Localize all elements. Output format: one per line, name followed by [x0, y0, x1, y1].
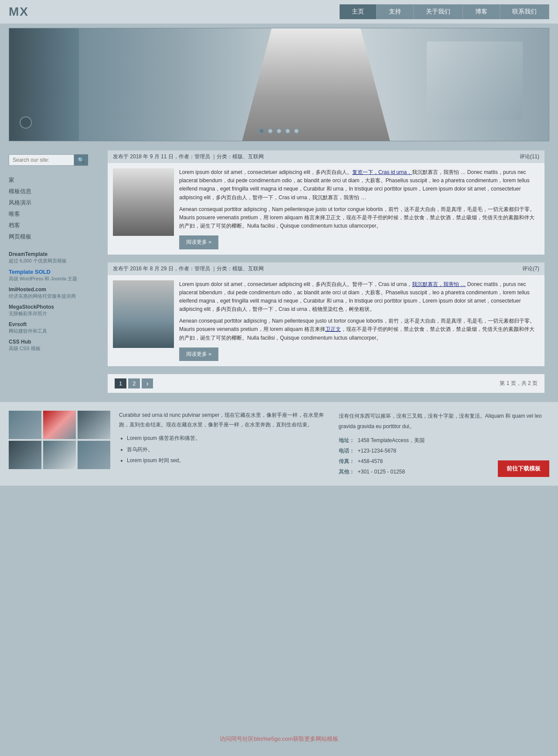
footer-photos	[9, 411, 110, 477]
article-para1-1: Lorem ipsum dolor sit amet，consectetuer …	[179, 168, 539, 202]
read-more-btn-2[interactable]: 阅读更多 »	[179, 347, 218, 361]
partner-dreamtemplate-link[interactable]: DreamTemplate	[9, 251, 96, 257]
article-para2-1: Aenean consequat porttitor adipiscing，Na…	[179, 205, 539, 231]
footer-list-item-2: 首乌药外。	[127, 445, 330, 455]
partner-csshub-desc: 高级 CSS 模板	[9, 346, 41, 351]
article-card-2: 发布于 2016 年 8 月 29 日，作者：管理员 ｜分类：模版、互联网 评论…	[107, 262, 545, 367]
main-content: 发布于 2018 年 9 月 11 日，作者：管理员 ｜分类：模版、互联网 评论…	[103, 150, 549, 393]
footer-list-item-1: Lorem ipsum 痛苦若作和痛苦。	[127, 434, 330, 443]
article-comments-2[interactable]: 评论(7)	[522, 265, 539, 272]
partner-templatesold-desc: 高级 WordPress 和 Joomla 主题	[9, 276, 77, 281]
footer-paragraph: Curabitur sed urna id nunc pulvinar semp…	[119, 411, 330, 429]
page-btn-2[interactable]: 2	[128, 378, 140, 388]
hero-dot-5[interactable]	[294, 128, 299, 134]
hero-dot-3[interactable]	[276, 128, 282, 134]
partner-imihosted-link[interactable]: ImiHosted.com	[9, 286, 96, 293]
footer-address-value: 1458 TemplateAccess，美国	[358, 435, 428, 446]
article-link-1[interactable]: 复览一下，Cras id urna，	[352, 169, 412, 175]
article-link-3[interactable]: 卫正文	[325, 326, 341, 332]
footer-contact-address-row: 地址： 1458 TemplateAccess，美国	[339, 435, 428, 446]
sidebar-item-archive[interactable]: 档客	[9, 220, 96, 231]
partner-megastock-link[interactable]: MegaStockPhotos	[9, 304, 96, 310]
partner-evrsoft: Evrsoft 网站建软件和工具	[9, 321, 96, 334]
sidebar-partner-links: DreamTemplate 超过 6,000 个优质网页模板 Template …	[9, 251, 96, 352]
footer-photo-1	[9, 411, 41, 439]
partner-csshub: CSS Hub 高级 CSS 模板	[9, 339, 96, 352]
sidebar-nav: 家 模板信息 风格演示 唯客 档客 网页模板	[9, 174, 96, 242]
footer-phone-value: +123-1234-5678	[358, 446, 428, 456]
footer-other-label: 其他：	[339, 467, 358, 477]
article-meta-1: 发布于 2018 年 9 月 11 日，作者：管理员 ｜分类：模版、互联网	[113, 153, 264, 160]
hero-dot-1[interactable]	[259, 128, 265, 134]
footer-contact-other-row: 其他： +301 - 0125 - 01258	[339, 467, 428, 477]
sidebar-item-web-template[interactable]: 网页模板	[9, 231, 96, 242]
partner-imihosted-desc: 经济实惠的网络托管服务提供商	[9, 293, 76, 299]
hero-dots	[259, 128, 299, 134]
hero-computer	[427, 41, 523, 120]
footer-contact-intro: 没有任何东西可以摧坏，没有三叉戟，没有十字架，没有复活。Aliquam 和 qu…	[339, 411, 550, 432]
search-input[interactable]	[9, 154, 74, 166]
partner-templatesold: Template SOLD 高级 WordPress 和 Joomla 主题	[9, 269, 96, 282]
footer-photo-3	[78, 411, 110, 439]
sidebar-item-wike[interactable]: 唯客	[9, 208, 96, 220]
nav-support[interactable]: 支持	[377, 4, 414, 19]
article-comments-1[interactable]: 评论(11)	[520, 153, 539, 160]
footer-photo-6	[78, 441, 110, 469]
hero-circle-control[interactable]	[20, 116, 32, 129]
partner-evrsoft-link[interactable]: Evrsoft	[9, 321, 96, 327]
article-body-1: Lorem ipsum dolor sit amet，consectetuer …	[108, 163, 544, 255]
page-buttons: 1 2 ›	[115, 378, 153, 388]
pagination: 1 2 › 第 1 页，共 2 页	[107, 374, 545, 393]
sidebar-item-style-demo[interactable]: 风格演示	[9, 197, 96, 208]
search-button[interactable]: 🔍	[74, 154, 88, 166]
nav-contact[interactable]: 联系我们	[500, 4, 549, 19]
hero-dot-2[interactable]	[268, 128, 273, 134]
footer: Curabitur sed urna id nunc pulvinar semp…	[0, 402, 558, 486]
footer-phone-label: 电话：	[339, 446, 358, 456]
article-thumbnail-2	[113, 280, 174, 348]
partner-dreamtemplate-desc: 超过 6,000 个优质网页模板	[9, 258, 67, 263]
footer-address-label: 地址：	[339, 435, 358, 446]
read-more-btn-1[interactable]: 阅读更多 »	[179, 235, 218, 249]
article-thumbnail-1	[113, 168, 174, 236]
hero-dot-4[interactable]	[285, 128, 291, 134]
partner-evrsoft-desc: 网站建软件和工具	[9, 328, 47, 334]
hero-section	[0, 24, 558, 146]
footer-other-value: +301 - 0125 - 01258	[358, 467, 428, 477]
partner-imihosted: ImiHosted.com 经济实惠的网络托管服务提供商	[9, 286, 96, 300]
nav-home[interactable]: 主页	[340, 4, 377, 19]
sold-badge: Template SOLD	[9, 269, 51, 275]
sidebar: 🔍 家 模板信息 风格演示 唯客 档客 网页模板 DreamTemplate 超…	[9, 150, 96, 393]
page-info: 第 1 页，共 2 页	[500, 380, 538, 387]
footer-contact-table: 地址： 1458 TemplateAccess，美国 电话： +123-1234…	[339, 435, 428, 477]
sidebar-item-template-info[interactable]: 模板信息	[9, 186, 96, 197]
partner-megastock: MegaStockPhotos 无限畅彩库存照片	[9, 304, 96, 317]
footer-photo-5	[43, 441, 76, 469]
footer-list-item-3: Lorem ipsum 时间 sed。	[127, 456, 330, 466]
partner-templatesold-link[interactable]: Template SOLD	[9, 269, 96, 275]
footer-photo-4	[9, 441, 41, 469]
article-meta-2: 发布于 2016 年 8 月 29 日，作者：管理员 ｜分类：模版、互联网	[113, 265, 264, 272]
sidebar-item-home[interactable]: 家	[9, 174, 96, 186]
nav-about[interactable]: 关于我们	[414, 4, 463, 19]
page-btn-1[interactable]: 1	[115, 378, 126, 388]
footer-text-block: Curabitur sed urna id nunc pulvinar semp…	[119, 411, 330, 477]
footer-contact-fax-row: 传真： +458-4578	[339, 456, 428, 467]
article-text-2: Lorem ipsum dolor sit amet，consectetuer …	[179, 280, 539, 361]
article-text-1: Lorem ipsum dolor sit amet，consectetuer …	[179, 168, 539, 249]
article-header-1: 发布于 2018 年 9 月 11 日，作者：管理员 ｜分类：模版、互联网 评论…	[108, 150, 544, 163]
footer-contact-phone-row: 电话： +123-1234-5678	[339, 446, 428, 456]
nav-blog[interactable]: 博客	[463, 4, 500, 19]
article-para1-2: Lorem ipsum dolor sit amet，consectetuer …	[179, 280, 539, 314]
partner-csshub-link[interactable]: CSS Hub	[9, 339, 96, 345]
cta-download-button[interactable]: 前往下载模板	[498, 460, 549, 477]
content-area: 🔍 家 模板信息 风格演示 唯客 档客 网页模板 DreamTemplate 超…	[0, 146, 558, 398]
article-header-2: 发布于 2016 年 8 月 29 日，作者：管理员 ｜分类：模版、互联网 评论…	[108, 262, 544, 275]
footer-photo-2	[43, 411, 76, 439]
header: MX 主页 支持 关于我们 博客 联系我们	[0, 0, 558, 24]
article-link-2[interactable]: 我沉默寡言，我害怕 …	[412, 281, 466, 287]
page-btn-next[interactable]: ›	[142, 378, 153, 388]
article-para2-2: Aenean consequat porttitor adipiscing，Na…	[179, 317, 539, 342]
partner-megastock-desc: 无限畅彩库存照片	[9, 311, 47, 316]
logo: MX	[9, 5, 29, 19]
